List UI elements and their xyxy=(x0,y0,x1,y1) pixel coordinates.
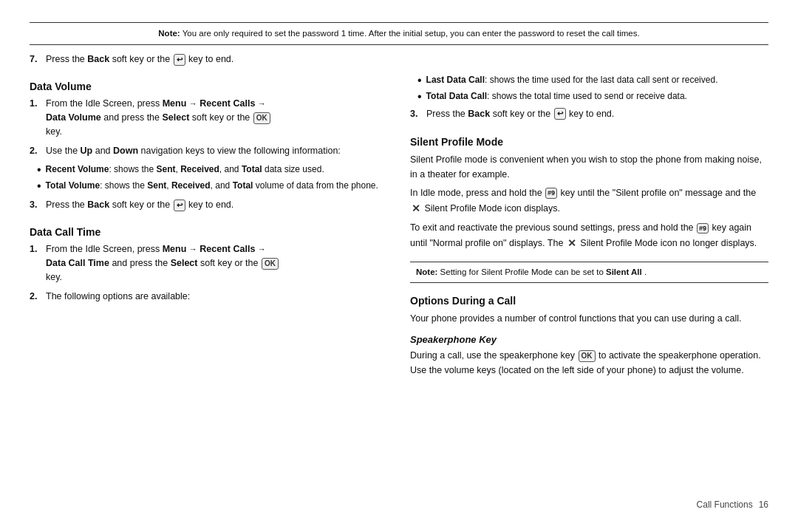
bullet-last-data-text: Last Data Call: shows the time used for … xyxy=(426,73,768,86)
bullet-total-data-text: Total Data Call: shows the total time us… xyxy=(426,89,768,103)
hash-key-icon-2: #9 xyxy=(697,223,709,234)
options-call-heading: Options During a Call xyxy=(410,295,768,307)
ok-icon-3: OK xyxy=(579,350,596,362)
note-text-2: Setting for Silent Profile Mode can be s… xyxy=(440,267,606,276)
bullet-total-volume: • Total Volume: shows the Sent, Received… xyxy=(37,179,388,192)
step1-content: From the Idle Screen, press Menu → Recen… xyxy=(46,97,388,140)
back-key-icon-2: ↩ xyxy=(174,200,185,211)
data-call-step2: 2. The following options are available: xyxy=(30,290,388,304)
note-end: . xyxy=(644,267,647,276)
step3-num: 3. xyxy=(30,198,46,212)
dct-step2-num: 2. xyxy=(30,290,46,304)
bullet-recent-volume: • Recent Volume: shows the Sent, Receive… xyxy=(37,163,388,176)
dct-step2-content: The following options are available: xyxy=(46,290,388,304)
page: Note: You are only required to set the p… xyxy=(0,0,798,532)
silent-profile-para3: To exit and reactivate the previous soun… xyxy=(410,220,768,251)
silent-profile-heading: Silent Profile Mode xyxy=(410,136,768,148)
data-volume-heading: Data Volume xyxy=(30,81,388,92)
right-step3: 3. Press the Back soft key or the ↩ key … xyxy=(410,107,768,121)
back-key-icon: ↩ xyxy=(174,54,185,66)
x-icon-1: ✕ xyxy=(412,200,420,216)
back-key-icon-3: ↩ xyxy=(554,108,566,120)
footer-label: Call Functions xyxy=(697,499,753,510)
bullet-last-data-call: • Last Data Call: shows the time used fo… xyxy=(417,73,768,86)
footer: Call Functions 16 xyxy=(30,494,768,510)
silent-all-label: Silent All xyxy=(606,267,642,276)
speakerphone-para: During a call, use the speakerphone key … xyxy=(410,348,768,378)
data-volume-step3: 3. Press the Back soft key or the ↩ key … xyxy=(30,198,388,212)
data-call-step1: 1. From the Idle Screen, press Menu → Re… xyxy=(30,242,388,285)
note-label: Note: xyxy=(158,29,180,38)
step3-content: Press the Back soft key or the ↩ key to … xyxy=(46,198,388,212)
hash-key-icon-1: #9 xyxy=(545,188,557,199)
step2-num: 2. xyxy=(30,144,46,158)
speakerphone-key-subheading: Speakerphone Key xyxy=(410,334,768,345)
top-note: Note: You are only required to set the p… xyxy=(30,22,768,45)
step-7-content: Press the Back soft key or the ↩ key to … xyxy=(46,52,768,66)
footer-page: 16 xyxy=(759,499,768,510)
data-volume-step1: 1. From the Idle Screen, press Menu → Re… xyxy=(30,97,388,140)
left-column: Data Volume 1. From the Idle Screen, pre… xyxy=(30,73,388,494)
bullet-dot-2: • xyxy=(37,180,41,192)
right-step3-num: 3. xyxy=(410,107,426,121)
note-label-2: Note: xyxy=(416,267,437,276)
two-column-layout: Data Volume 1. From the Idle Screen, pre… xyxy=(30,73,768,494)
dct-step1-content: From the Idle Screen, press Menu → Recen… xyxy=(46,242,388,285)
dct-step1-num: 1. xyxy=(30,242,46,256)
right-column: • Last Data Call: shows the time used fo… xyxy=(410,73,768,494)
options-call-para1: Your phone provides a number of control … xyxy=(410,311,768,326)
silent-profile-note: Note: Setting for Silent Profile Mode ca… xyxy=(410,262,768,283)
bullet-total-data-call: • Total Data Call: shows the total time … xyxy=(417,89,768,103)
step-7-line: 7. Press the Back soft key or the ↩ key … xyxy=(30,52,768,66)
note-text: You are only required to set the passwor… xyxy=(183,29,640,38)
bullet-dot-3: • xyxy=(417,75,422,86)
ok-icon-2: OK xyxy=(262,258,279,270)
step1-num: 1. xyxy=(30,97,46,111)
data-volume-step2: 2. Use the Up and Down navigation keys t… xyxy=(30,144,388,158)
step2-content: Use the Up and Down navigation keys to v… xyxy=(46,144,388,158)
step-7-num: 7. xyxy=(30,52,46,66)
bullet-dot-4: • xyxy=(417,91,422,103)
bullet-total-volume-text: Total Volume: shows the Sent, Received, … xyxy=(46,179,388,192)
data-call-time-heading: Data Call Time xyxy=(30,226,388,238)
bullet-dot-1: • xyxy=(37,164,41,176)
ok-icon-1: OK xyxy=(253,112,270,124)
bullet-recent-volume-text: Recent Volume: shows the Sent, Received,… xyxy=(46,163,388,176)
silent-profile-para1: Silent Profile mode is convenient when y… xyxy=(410,152,768,182)
x-icon-2: ✕ xyxy=(567,235,576,251)
right-step3-content: Press the Back soft key or the ↩ key to … xyxy=(426,107,768,121)
silent-profile-para2: In Idle mode, press and hold the #9 key … xyxy=(410,185,768,216)
